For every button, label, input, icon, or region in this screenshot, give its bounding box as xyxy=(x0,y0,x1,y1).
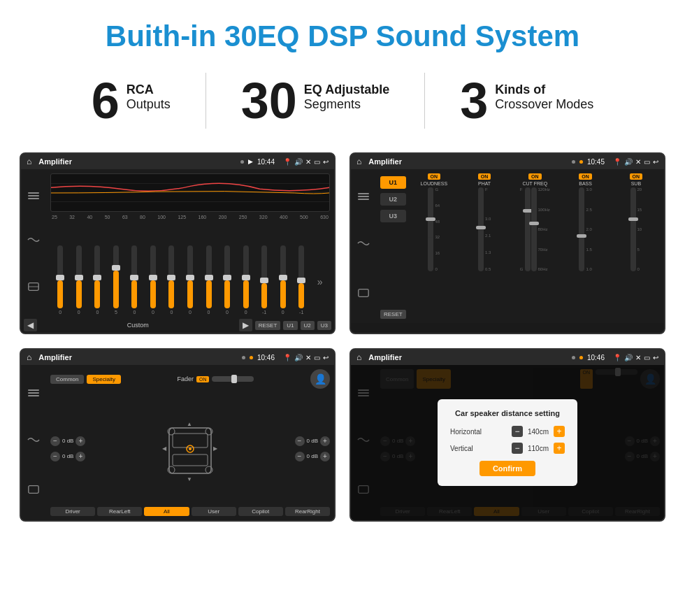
fader-icon-2[interactable] xyxy=(27,434,40,446)
dialog-vertical-plus[interactable]: + xyxy=(554,443,565,454)
dialog-vertical-ctrl: − 110cm + xyxy=(512,443,565,454)
eq-content: 25 32 40 50 63 80 100 125 160 200 250 32… xyxy=(21,169,334,316)
right-plus-1[interactable]: + xyxy=(320,436,330,446)
minimize-icon[interactable]: ▭ xyxy=(314,158,320,166)
eq-slider-13: -1 xyxy=(293,245,310,315)
freq-63: 63 xyxy=(122,215,128,220)
left-plus-1[interactable]: + xyxy=(75,436,85,446)
xo-phat-label: PHAT xyxy=(478,181,491,186)
xo-u1-button[interactable]: U1 xyxy=(380,176,406,189)
xo-bass-ticks: 3.0 2.5 2.0 1.5 1.0 xyxy=(586,187,591,271)
eq-icon-2[interactable] xyxy=(27,234,40,246)
xo-u3-button[interactable]: U3 xyxy=(380,210,406,222)
eq-u2-button[interactable]: U2 xyxy=(301,321,315,330)
fader-icon-3[interactable] xyxy=(27,483,40,496)
eq-u3-button[interactable]: U3 xyxy=(317,321,331,330)
xo-minimize-icon[interactable]: ▭ xyxy=(644,158,650,166)
eq-slider-expand: » xyxy=(311,250,329,315)
eq-slider-8: 0 xyxy=(200,245,217,315)
freq-32: 32 xyxy=(69,215,75,220)
spk-minimize-icon[interactable]: ▭ xyxy=(644,354,650,361)
spk-volume-icon[interactable]: 🔊 xyxy=(624,354,633,361)
fader-settings-icon[interactable]: 👤 xyxy=(310,369,330,389)
left-ctrl-1: − 0 dB + xyxy=(50,436,85,446)
left-minus-1[interactable]: − xyxy=(50,436,60,446)
xo-home-icon[interactable]: ⌂ xyxy=(356,157,361,166)
close-icon[interactable]: ✕ xyxy=(305,158,311,166)
xo-icon-1[interactable] xyxy=(358,193,369,200)
spk-close-icon[interactable]: ✕ xyxy=(635,354,641,361)
svg-text:◀: ◀ xyxy=(162,445,167,452)
fader-close-icon[interactable]: ✕ xyxy=(305,354,311,361)
fader-side-icons xyxy=(21,365,46,520)
stat-label-bottom-eq: Segments xyxy=(304,97,389,112)
btn-rearright[interactable]: RearRight xyxy=(285,507,330,516)
stat-number-eq: 30 xyxy=(241,76,297,126)
freq-100: 100 xyxy=(157,215,166,220)
screen-eq: ⌂ Amplifier ▶ 10:44 📍 🔊 ✕ ▭ ↩ xyxy=(20,152,336,334)
xo-back-icon[interactable]: ↩ xyxy=(653,158,658,166)
xo-channel-sub: ON SUB 20 15 10 5 0 xyxy=(612,173,660,319)
eq-status-bar: ⌂ Amplifier ▶ 10:44 📍 🔊 ✕ ▭ ↩ xyxy=(21,154,334,169)
freq-250: 250 xyxy=(239,215,247,220)
right-plus-2[interactable]: + xyxy=(320,452,330,461)
screen-crossover: ⌂ Amplifier 10:45 📍 🔊 ✕ ▭ ↩ xyxy=(349,152,665,334)
xo-dot2 xyxy=(579,160,583,164)
right-minus-1[interactable]: − xyxy=(295,436,305,446)
fader-back-icon[interactable]: ↩ xyxy=(323,354,329,361)
fader-icon-1[interactable] xyxy=(28,389,39,396)
xo-u2-button[interactable]: U2 xyxy=(380,193,406,206)
xo-sub-label: SUB xyxy=(631,181,641,186)
fader-home-icon[interactable]: ⌂ xyxy=(27,352,31,362)
right-ctrl-1: − 0 dB + xyxy=(295,436,330,446)
spk-home-icon[interactable]: ⌂ xyxy=(356,352,361,362)
btn-copilot[interactable]: Copilot xyxy=(238,507,283,516)
xo-status-bar: ⌂ Amplifier 10:45 📍 🔊 ✕ ▭ ↩ xyxy=(351,154,664,169)
fader-common-tab[interactable]: Common xyxy=(50,375,84,384)
btn-rearleft[interactable]: RearLeft xyxy=(97,507,142,516)
eq-reset-button[interactable]: RESET xyxy=(255,321,281,330)
dialog-horizontal-plus[interactable]: + xyxy=(554,426,565,437)
freq-200: 200 xyxy=(219,215,227,220)
freq-160: 160 xyxy=(199,215,207,220)
dialog-vertical-value: 110cm xyxy=(526,445,551,452)
btn-driver[interactable]: Driver xyxy=(50,507,95,516)
xo-reset-button[interactable]: RESET xyxy=(380,310,406,319)
eq-slider-7: 0 xyxy=(182,245,199,315)
eq-play-icon[interactable]: ▶ xyxy=(248,158,253,165)
eq-icon-3[interactable] xyxy=(27,280,40,293)
xo-icon-2[interactable] xyxy=(357,237,370,250)
eq-freq-labels: 25 32 40 50 63 80 100 125 160 200 250 32… xyxy=(50,215,330,220)
left-plus-2[interactable]: + xyxy=(75,452,85,461)
stat-eq: 30 EQ Adjustable Segments xyxy=(206,76,424,126)
eq-next-button[interactable]: ▶ xyxy=(239,319,252,331)
dialog-confirm-button[interactable]: Confirm xyxy=(480,461,535,476)
fader-volume-icon[interactable]: 🔊 xyxy=(294,354,303,361)
xo-channel-cutfreq: ON CUT FREQ F G xyxy=(511,173,558,319)
dialog-horizontal-minus[interactable]: − xyxy=(512,426,523,437)
fader-slider[interactable] xyxy=(212,376,254,382)
volume-icon[interactable]: 🔊 xyxy=(294,158,303,166)
freq-320: 320 xyxy=(259,215,268,220)
eq-prev-button[interactable]: ◀ xyxy=(24,319,37,331)
spk-app-name: Amplifier xyxy=(368,353,568,361)
back-icon[interactable]: ↩ xyxy=(323,158,329,166)
eq-icon-1[interactable] xyxy=(28,192,39,199)
dialog-vertical-minus[interactable]: − xyxy=(512,443,523,454)
home-icon[interactable]: ⌂ xyxy=(27,157,31,166)
spk-back-icon[interactable]: ↩ xyxy=(653,354,658,361)
fader-top-row: Common Specialty Fader ON 👤 xyxy=(50,369,330,389)
btn-all[interactable]: All xyxy=(144,507,189,516)
fader-on-badge: ON xyxy=(196,376,210,382)
speaker-distance-dialog: Car speaker distance setting Horizontal … xyxy=(438,399,577,486)
eq-u1-button[interactable]: U1 xyxy=(283,321,297,330)
fader-specialty-tab[interactable]: Specialty xyxy=(87,375,120,384)
fader-minimize-icon[interactable]: ▭ xyxy=(314,354,320,361)
right-minus-2[interactable]: − xyxy=(295,452,305,461)
btn-user[interactable]: User xyxy=(192,507,236,516)
xo-icon-3[interactable] xyxy=(357,287,370,299)
left-minus-2[interactable]: − xyxy=(50,452,60,461)
eq-slider-1: 0 xyxy=(71,245,88,315)
xo-volume-icon[interactable]: 🔊 xyxy=(624,158,633,166)
xo-close-icon[interactable]: ✕ xyxy=(635,158,641,166)
